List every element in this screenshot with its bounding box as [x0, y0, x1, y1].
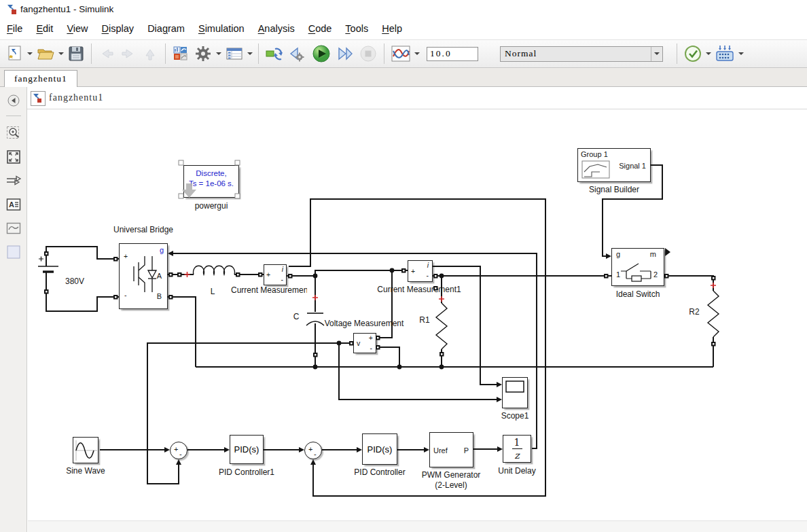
cm1-i-label: i [427, 262, 429, 269]
breadcrumb-model[interactable]: fangzhentu1 [49, 92, 103, 103]
menu-code[interactable]: Code [302, 19, 339, 34]
validate-caret[interactable] [706, 52, 711, 58]
deploy-hardware-button[interactable] [713, 42, 737, 65]
powergui-label: powergui [184, 201, 238, 211]
canvas-scrollbar[interactable] [28, 520, 807, 532]
block-sum2[interactable]: + - [304, 442, 322, 459]
cm-minus-label: - [281, 276, 284, 283]
screen-capture-button[interactable] [5, 243, 22, 261]
pwm-generator-label1: PWM Generator [410, 470, 492, 480]
up-to-parent-button[interactable] [139, 42, 161, 65]
fit-to-view-button[interactable] [5, 148, 22, 166]
menu-view[interactable]: View [60, 19, 94, 34]
switch-m-label: m [650, 251, 656, 258]
menu-file[interactable]: File [0, 19, 29, 34]
hide-explorer-bar-button[interactable] [5, 92, 22, 109]
cm-plus-label: + [266, 271, 270, 279]
pid-text: PID(s) [367, 444, 393, 455]
left-tool-strip: A [0, 87, 27, 532]
menu-tools[interactable]: Tools [338, 19, 375, 34]
block-pwm-generator[interactable]: Uref P [429, 432, 473, 467]
block-ideal-switch[interactable]: g m 1 2 [611, 248, 664, 286]
block-scope1[interactable] [502, 377, 528, 408]
sum1-minus: - [179, 450, 182, 458]
breadcrumb: fangzhentu1 [27, 87, 807, 109]
run-button[interactable] [309, 42, 334, 65]
bridge-a-port-label: A [157, 272, 162, 280]
pwm-generator-label2: (2-Level) [410, 480, 492, 490]
svg-text:A: A [9, 200, 14, 209]
menu-simulation[interactable]: Simulation [192, 19, 251, 34]
pid-controller-label: PID Controller [345, 467, 414, 477]
model-explorer-button[interactable] [223, 42, 246, 65]
forward-button[interactable] [118, 42, 139, 65]
sum2-plus: + [308, 446, 312, 453]
model-configuration-button[interactable] [192, 42, 215, 65]
menu-display[interactable]: Display [95, 19, 141, 34]
signal-routing-button[interactable] [5, 172, 22, 190]
sum1-plus: + [174, 446, 178, 453]
vm-minus-label: - [370, 344, 373, 352]
bridge-minus-port-label: - [124, 291, 127, 299]
sine-wave-label: Sine Wave [65, 466, 107, 476]
new-model-button[interactable] [4, 42, 26, 65]
signal-builder-signal: Signal 1 [619, 162, 646, 170]
simulation-data-inspector-caret[interactable] [414, 52, 420, 58]
window-title: fangzhentu1 - Simulink [20, 4, 113, 14]
title-bar: fangzhentu1 - Simulink [0, 0, 807, 19]
block-sum1[interactable]: + - [170, 442, 187, 459]
block-unit-delay[interactable]: 1 z [503, 435, 531, 463]
sim-mode-value: Normal [505, 48, 537, 59]
ideal-switch-label: Ideal Switch [610, 289, 666, 299]
pwm-uref-label: Uref [433, 447, 448, 455]
switch-g-label: g [616, 251, 620, 258]
menu-bar: FileEditViewDisplayDiagramSimulationAnal… [0, 19, 807, 39]
menu-analysis[interactable]: Analysis [251, 19, 302, 34]
block-pid-controller[interactable]: PID(s) [362, 433, 397, 465]
save-model-button[interactable] [65, 42, 87, 65]
scope1-label: Scope1 [494, 411, 536, 421]
strip-divider [6, 116, 21, 116]
menu-diagram[interactable]: Diagram [141, 19, 192, 34]
pid-controller1-label: PID Controller1 [213, 467, 281, 477]
annotation-button[interactable]: A [5, 196, 22, 213]
zoom-region-button[interactable] [5, 124, 22, 142]
step-forward-button[interactable] [334, 42, 357, 65]
block-sine-wave[interactable] [73, 437, 98, 463]
stop-button[interactable] [357, 42, 380, 65]
capacitor-label: C [291, 312, 302, 321]
menu-help[interactable]: Help [375, 19, 409, 34]
tab-bar: fangzhentu1 [0, 68, 807, 87]
back-button[interactable] [96, 42, 118, 65]
block-universal-bridge[interactable]: + - g A B [119, 243, 168, 309]
block-current-measurement1[interactable]: + i - [408, 260, 433, 282]
simulink-window: fangzhentu1 - Simulink FileEditViewDispl… [0, 0, 807, 532]
block-voltage-measurement[interactable]: v + - [353, 333, 376, 353]
r2-label: R2 [686, 307, 702, 317]
simulation-data-inspector-button[interactable] [389, 42, 413, 65]
powergui-text: Discrete,Ts = 1e-06 s. [183, 169, 239, 189]
library-browser-button[interactable] [170, 42, 192, 65]
bridge-g-port-label: g [160, 247, 164, 254]
block-pid-controller1[interactable]: PID(s) [230, 435, 264, 464]
sim-mode-dropdown[interactable]: Normal [500, 46, 663, 62]
stop-time-input[interactable] [427, 47, 478, 61]
model-configuration-caret[interactable] [216, 52, 221, 58]
inductor-label: L [206, 287, 219, 296]
step-back-button[interactable] [286, 42, 309, 65]
update-diagram-button[interactable] [263, 42, 286, 65]
signal-builder-label: Signal Builder [571, 185, 658, 194]
open-model-caret[interactable] [58, 52, 64, 58]
block-current-measurement[interactable]: + i - [264, 264, 287, 285]
current-measurement1-label: Current Measurement1 [368, 285, 470, 294]
bridge-b-port-label: B [157, 293, 162, 300]
new-model-caret[interactable] [27, 52, 33, 58]
viewmarks-button[interactable] [5, 219, 22, 237]
block-signal-builder[interactable]: Group 1 Signal 1 [577, 148, 651, 182]
model-explorer-caret[interactable] [247, 52, 253, 58]
menu-edit[interactable]: Edit [29, 19, 60, 34]
deploy-hardware-caret[interactable] [738, 52, 744, 58]
tab-fangzhentu1[interactable]: fangzhentu1 [4, 70, 77, 87]
open-model-button[interactable] [34, 42, 57, 65]
validate-button[interactable] [681, 42, 704, 65]
